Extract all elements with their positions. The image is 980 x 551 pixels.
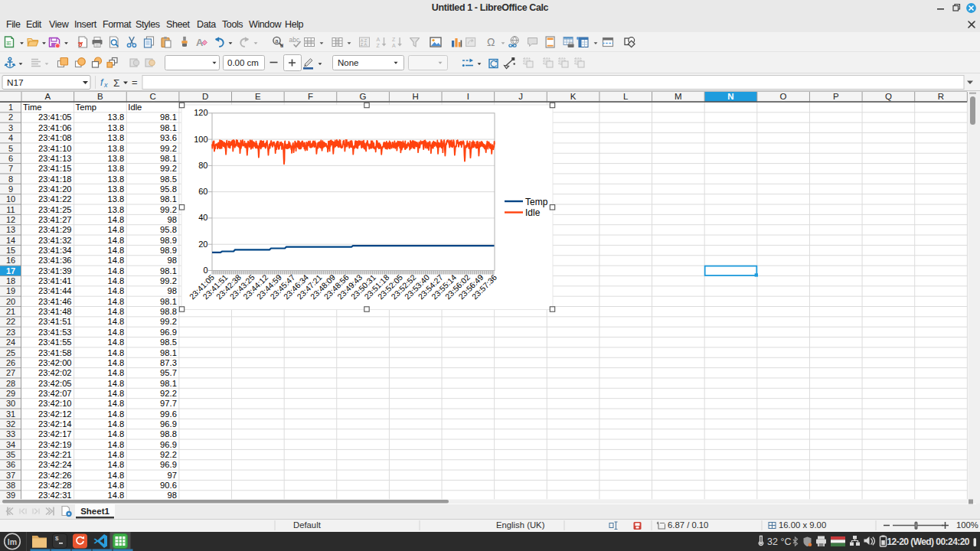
svg-text:abc: abc [289, 36, 300, 44]
svg-text:lm: lm [8, 537, 17, 546]
svg-text:$: $ [55, 535, 59, 542]
svg-text:A: A [377, 37, 381, 42]
svg-text:Ω: Ω [487, 36, 495, 48]
svg-text:Sheet1: Sheet1 [80, 507, 109, 516]
svg-text:N17: N17 [7, 77, 24, 88]
svg-text:English (UK): English (UK) [496, 520, 545, 530]
svg-text:0.00 cm: 0.00 cm [227, 58, 259, 67]
svg-text:Default: Default [293, 520, 322, 530]
svg-text:Z: Z [392, 37, 396, 42]
svg-text:None: None [338, 58, 359, 67]
svg-text:=: = [132, 77, 138, 88]
svg-text:Z: Z [377, 43, 381, 48]
svg-text:32 °C: 32 °C [767, 536, 791, 547]
svg-text:A: A [392, 43, 396, 48]
svg-text:d: d [280, 42, 283, 49]
svg-text:100%: 100% [956, 520, 978, 530]
svg-text:a: a [275, 37, 279, 44]
svg-text:6.87 / 0.10: 6.87 / 0.10 [668, 520, 708, 530]
svg-text:16.00 x 9.00: 16.00 x 9.00 [779, 520, 826, 530]
svg-text:Σ: Σ [113, 77, 119, 89]
svg-text:Z A: Z A [361, 42, 368, 47]
svg-text:12-20 (Wed) 00:24:20: 12-20 (Wed) 00:24:20 [887, 536, 969, 547]
svg-text:x: x [103, 81, 108, 89]
